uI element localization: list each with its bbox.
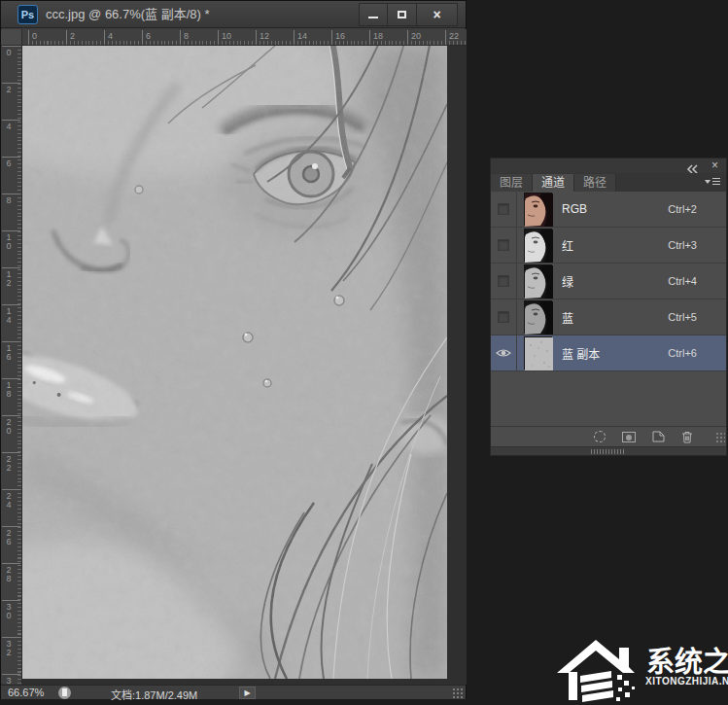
ruler-mark: 2 <box>2 83 20 95</box>
photoshop-app-icon: Ps <box>17 5 38 24</box>
ruler-mark: 16 <box>331 30 345 45</box>
photoshop-workspace: Ps ccc.jpg @ 66.7%(蓝 副本/8) * × 024681012… <box>0 0 728 705</box>
close-panel-icon[interactable]: × <box>711 160 718 171</box>
channel-shortcut: Ctrl+2 <box>668 203 697 215</box>
panel-scrollbar[interactable] <box>491 446 726 455</box>
ruler-mark: 10 <box>218 30 231 45</box>
ruler-mark: 18 <box>369 30 383 45</box>
zoom-level-field[interactable]: 66.67% <box>8 687 44 698</box>
channel-thumbnail-rgb[interactable] <box>524 193 552 226</box>
ruler-mark: 20 <box>407 30 421 45</box>
document-size-info: 文档:1.87M/2.49M <box>111 687 197 702</box>
document-window: Ps ccc.jpg @ 66.7%(蓝 副本/8) * × 024681012… <box>0 0 467 699</box>
channels-panel: × 图层 通道 路径 RGBCtrl+2红Ctrl+3绿Ctrl+4蓝Ctrl+… <box>490 158 727 456</box>
visibility-toggle-blue-copy[interactable] <box>491 335 517 370</box>
ruler-mark: 0 <box>2 46 20 58</box>
visibility-toggle-red[interactable] <box>491 228 517 263</box>
ruler-mark: 28 <box>2 563 20 584</box>
new-channel-icon <box>652 431 665 442</box>
channel-thumbnail-blue[interactable] <box>524 300 552 334</box>
eye-icon <box>496 348 511 358</box>
channel-row-blue-copy[interactable]: 蓝 副本Ctrl+6 <box>491 335 726 371</box>
maximize-button[interactable] <box>388 3 417 26</box>
ruler-mark: 4 <box>2 120 20 132</box>
minimize-icon <box>368 17 378 18</box>
visibility-toggle-rgb[interactable] <box>491 192 517 227</box>
close-icon: × <box>433 7 440 22</box>
minimize-button[interactable] <box>359 3 388 26</box>
canvas-image[interactable] <box>22 46 447 679</box>
channel-row-red[interactable]: 红Ctrl+3 <box>491 228 726 264</box>
horizontal-ruler[interactable]: 0246810121416182022 <box>22 29 467 46</box>
tab-layers[interactable]: 图层 <box>491 174 533 192</box>
channel-shortcut: Ctrl+6 <box>668 347 697 359</box>
window-controls: × <box>359 3 458 26</box>
ruler-mark: 4 <box>104 30 113 45</box>
channel-row-green[interactable]: 绿Ctrl+4 <box>491 264 726 300</box>
save-selection-as-channel-button[interactable] <box>622 432 636 442</box>
empty-visibility-well <box>498 311 509 323</box>
channel-shortcut: Ctrl+3 <box>668 239 697 251</box>
ruler-mark: 26 <box>2 526 20 547</box>
ruler-mark: 12 <box>256 30 269 45</box>
ruler-mark: 24 <box>2 489 20 511</box>
dashed-circle-icon <box>594 431 606 442</box>
trash-icon <box>681 431 693 443</box>
ruler-mark: 10 <box>2 230 20 252</box>
empty-visibility-well <box>498 239 509 251</box>
ruler-mark: 22 <box>2 452 20 474</box>
close-button[interactable]: × <box>417 3 458 26</box>
ruler-mark: 6 <box>2 157 20 169</box>
empty-visibility-well <box>498 275 509 287</box>
channel-name: RGB <box>562 202 587 216</box>
visibility-toggle-blue[interactable] <box>491 300 517 335</box>
ruler-mark: 14 <box>2 304 20 326</box>
channel-row-blue[interactable]: 蓝Ctrl+5 <box>491 300 726 335</box>
window-resize-grip[interactable] <box>452 687 464 698</box>
ruler-corner[interactable] <box>1 29 22 46</box>
panel-menu-icon[interactable] <box>705 177 720 187</box>
panel-resize-grip[interactable] <box>715 432 725 443</box>
new-channel-button[interactable] <box>652 431 665 442</box>
load-selection-button[interactable] <box>594 431 606 442</box>
maximize-icon <box>398 11 406 18</box>
panel-header[interactable]: × <box>491 159 726 173</box>
tab-paths[interactable]: 路径 <box>574 174 616 192</box>
ruler-mark: 8 <box>2 194 20 206</box>
channel-list: RGBCtrl+2红Ctrl+3绿Ctrl+4蓝Ctrl+5蓝 副本Ctrl+6 <box>491 192 726 371</box>
empty-visibility-well <box>498 203 509 215</box>
delete-channel-button[interactable] <box>681 431 693 443</box>
scrollbar-grip[interactable] <box>591 449 626 454</box>
ruler-mark: 20 <box>2 415 20 437</box>
channel-thumbnail-red[interactable] <box>524 229 552 262</box>
title-bar[interactable]: Ps ccc.jpg @ 66.7%(蓝 副本/8) * × <box>1 1 466 28</box>
ruler-mark: 6 <box>142 30 151 45</box>
channel-shortcut: Ctrl+5 <box>668 311 697 323</box>
channel-name: 绿 <box>562 273 573 290</box>
ruler-mark: 22 <box>445 30 459 45</box>
channel-name: 蓝 <box>562 309 573 326</box>
canvas-area[interactable] <box>22 46 467 685</box>
visibility-toggle-green[interactable] <box>491 264 517 299</box>
watermark-subtitle: XITONGZHIJIA.NET <box>645 676 728 687</box>
channel-thumbnail-green[interactable] <box>524 264 552 298</box>
tab-channels[interactable]: 通道 <box>533 174 574 192</box>
ruler-mark: 12 <box>2 267 20 289</box>
document-status-icon[interactable] <box>58 687 71 699</box>
xitongzhijia-logo-icon <box>555 636 644 704</box>
channel-shortcut: Ctrl+4 <box>668 275 697 287</box>
channel-name: 红 <box>562 237 573 254</box>
panel-button-bar <box>491 426 726 446</box>
ruler-mark: 16 <box>2 341 20 363</box>
site-watermark: 系统之家 XITONGZHIJIA.NET <box>555 630 728 705</box>
channel-thumbnail-blue-copy[interactable] <box>524 336 552 370</box>
ruler-mark: 30 <box>2 600 20 621</box>
watermark-title: 系统之家 <box>646 639 728 680</box>
channel-name: 蓝 副本 <box>562 345 600 362</box>
ruler-mark: 0 <box>28 30 37 45</box>
status-flyout-button[interactable]: ▶ <box>239 687 256 699</box>
vertical-ruler[interactable]: 0246810121416182022242628303234 <box>1 46 22 684</box>
ruler-mark: 8 <box>180 30 189 45</box>
channel-row-rgb[interactable]: RGBCtrl+2 <box>491 192 726 228</box>
save-selection-icon <box>622 432 636 442</box>
